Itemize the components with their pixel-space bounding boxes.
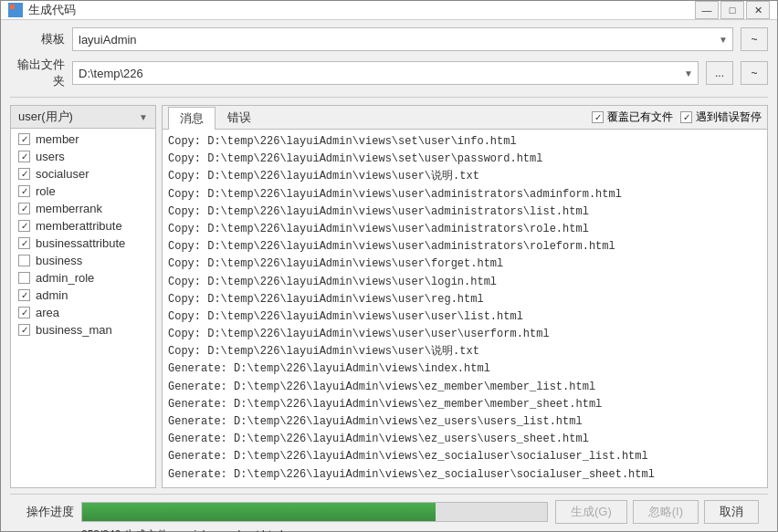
tab-option-checkbox[interactable] xyxy=(680,111,692,123)
output-tilde-button[interactable]: ~ xyxy=(741,61,768,85)
list-item[interactable]: businessattribute xyxy=(11,235,155,252)
list-area: memberuserssocialuserrolememberrankmembe… xyxy=(11,129,155,487)
list-item-checkbox[interactable] xyxy=(18,203,30,214)
output-select[interactable]: D:\temp\226 xyxy=(72,61,699,85)
list-item-label: admin xyxy=(36,288,68,302)
log-line: Generate: D:\temp\226\layuiAdmin\views\e… xyxy=(168,448,762,465)
list-item-label: businessattribute xyxy=(36,236,125,250)
svg-rect-0 xyxy=(10,5,15,9)
svg-rect-1 xyxy=(16,5,21,9)
log-line: Copy: D:\temp\226\layuiAdmin\views\user\… xyxy=(168,326,762,343)
list-item-label: member xyxy=(36,132,79,146)
svg-rect-2 xyxy=(10,11,15,16)
list-item[interactable]: business xyxy=(11,252,155,269)
list-item-checkbox[interactable] xyxy=(18,237,30,249)
left-panel: user(用户) ▼ memberuserssocialuserrolememb… xyxy=(10,105,156,488)
template-select[interactable]: layuiAdmin xyxy=(72,27,733,51)
list-item[interactable]: role xyxy=(11,183,155,200)
tabs-left: 消息错误 xyxy=(168,106,263,129)
log-line: Generate: D:\temp\226\layuiAdmin\views\e… xyxy=(168,379,762,396)
ignore-button[interactable]: 忽略(I) xyxy=(633,500,699,524)
list-item-label: area xyxy=(36,306,59,319)
list-item-label: users xyxy=(36,150,65,163)
list-item[interactable]: area xyxy=(11,304,155,321)
progress-row: 操作进度 生成(G) 忽略(I) 取消 xyxy=(19,500,759,524)
log-line: Copy: D:\temp\226\layuiAdmin\views\user\… xyxy=(168,238,762,256)
tab-option-checkbox[interactable] xyxy=(592,111,604,123)
list-item-checkbox[interactable] xyxy=(18,324,30,336)
progress-bar-fill xyxy=(82,503,436,521)
output-label: 输出文件夹 xyxy=(10,57,65,89)
cancel-button[interactable]: 取消 xyxy=(704,500,759,524)
output-row: 输出文件夹 D:\temp\226 ▼ ... ~ xyxy=(10,57,768,89)
log-line: Copy: D:\temp\226\layuiAdmin\views\user\… xyxy=(168,308,762,326)
left-panel-dropdown-arrow: ▼ xyxy=(139,112,148,122)
list-item-label: socialuser xyxy=(36,167,89,181)
progress-bar-bg xyxy=(81,502,548,522)
list-item-checkbox[interactable] xyxy=(18,255,30,266)
title-bar: 生成代码 — □ ✕ xyxy=(1,1,777,20)
log-line: Copy: D:\temp\226\layuiAdmin\views\user\… xyxy=(168,186,762,203)
log-line: Copy: D:\temp\226\layuiAdmin\views\user\… xyxy=(168,221,762,238)
list-item[interactable]: memberrank xyxy=(11,200,155,217)
list-item-checkbox[interactable] xyxy=(18,289,30,301)
content-area: 模板 layuiAdmin ▼ ~ 输出文件夹 D:\temp\226 ▼ ..… xyxy=(1,20,777,532)
left-panel-title: user(用户) xyxy=(18,109,73,125)
log-line: Generate: D:\temp\226\layuiAdmin\views\e… xyxy=(168,466,762,484)
list-item-checkbox[interactable] xyxy=(18,185,30,197)
maximize-button[interactable]: □ xyxy=(720,1,744,19)
tab-消息[interactable]: 消息 xyxy=(168,107,216,130)
log-line: Copy: D:\temp\226\layuiAdmin\views\user\… xyxy=(168,168,762,185)
log-line: Copy: D:\temp\226\layuiAdmin\views\set\u… xyxy=(168,133,762,151)
template-label: 模板 xyxy=(10,31,65,47)
window-icon xyxy=(8,3,23,17)
list-item-checkbox[interactable] xyxy=(18,168,30,180)
template-tilde-button[interactable]: ~ xyxy=(741,27,768,51)
log-line: Copy: D:\temp\226\layuiAdmin\views\user\… xyxy=(168,291,762,308)
list-item-label: role xyxy=(36,184,56,198)
left-panel-header[interactable]: user(用户) ▼ xyxy=(11,106,155,129)
list-item[interactable]: business_man xyxy=(11,321,155,339)
log-line: Generate: D:\temp\226\layuiAdmin\views\e… xyxy=(168,396,762,413)
list-item[interactable]: memberattribute xyxy=(11,217,155,235)
list-item-label: memberattribute xyxy=(36,219,122,233)
list-item-label: memberrank xyxy=(36,202,102,215)
separator xyxy=(10,97,768,98)
window-controls: — □ ✕ xyxy=(695,1,770,19)
list-item[interactable]: admin xyxy=(11,287,155,304)
template-select-wrapper: layuiAdmin ▼ xyxy=(72,27,733,51)
tab-option-label: 遇到错误暂停 xyxy=(696,110,762,125)
tabs-right: 覆盖已有文件遇到错误暂停 xyxy=(592,110,762,125)
tab-option-遇到错误暂停[interactable]: 遇到错误暂停 xyxy=(680,110,762,125)
close-button[interactable]: ✕ xyxy=(746,1,770,19)
tab-option-覆盖已有文件[interactable]: 覆盖已有文件 xyxy=(592,110,673,125)
log-line: Copy: D:\temp\226\layuiAdmin\views\user\… xyxy=(168,256,762,273)
log-line: Generate: D:\temp\226\layuiAdmin\views\e… xyxy=(168,413,762,431)
log-area: Copy: D:\temp\226\layuiAdmin\views\set\u… xyxy=(163,130,767,487)
action-buttons: 生成(G) 忽略(I) 取消 xyxy=(555,500,759,524)
progress-label: 操作进度 xyxy=(19,504,74,520)
status-text: 258/340 生成文件...socialuser_sheet.html xyxy=(19,527,759,532)
list-item[interactable]: socialuser xyxy=(11,165,155,183)
tab-错误[interactable]: 错误 xyxy=(216,106,263,129)
window-title: 生成代码 xyxy=(28,2,695,18)
list-item-label: business_man xyxy=(36,323,112,337)
list-item-checkbox[interactable] xyxy=(18,151,30,162)
list-item-label: admin_role xyxy=(36,271,94,285)
list-item-checkbox[interactable] xyxy=(18,133,30,145)
list-item-checkbox[interactable] xyxy=(18,220,30,232)
output-browse-button[interactable]: ... xyxy=(706,61,733,85)
main-panel: user(用户) ▼ memberuserssocialuserrolememb… xyxy=(10,105,768,488)
log-line: Generate: D:\temp\226\layuiAdmin\views\i… xyxy=(168,360,762,378)
generate-button[interactable]: 生成(G) xyxy=(555,500,627,524)
list-item[interactable]: admin_role xyxy=(11,269,155,287)
main-window: 生成代码 — □ ✕ 模板 layuiAdmin ▼ ~ 输出文件夹 D:\te… xyxy=(0,0,778,532)
tabs-area: 消息错误 覆盖已有文件遇到错误暂停 xyxy=(163,106,767,130)
list-item[interactable]: member xyxy=(11,130,155,148)
list-item-checkbox[interactable] xyxy=(18,272,30,284)
log-line: Copy: D:\temp\226\layuiAdmin\views\set\u… xyxy=(168,151,762,168)
list-item[interactable]: users xyxy=(11,148,155,165)
log-line: Copy: D:\temp\226\layuiAdmin\views\user\… xyxy=(168,203,762,221)
minimize-button[interactable]: — xyxy=(695,1,719,19)
list-item-checkbox[interactable] xyxy=(18,307,30,318)
